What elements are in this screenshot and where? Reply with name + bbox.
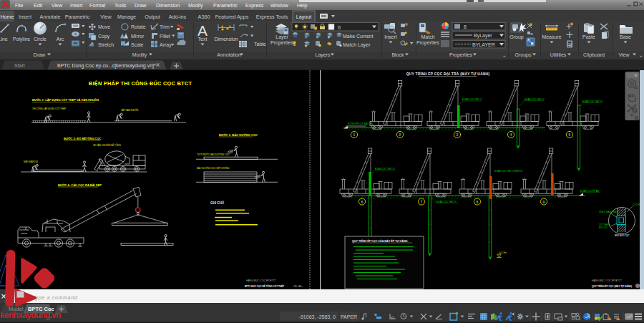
svg-text:-91063, -2583, 0: -91063, -2583, 0 — [299, 314, 336, 319]
svg-text:ĐOẠN CỌC THỨ #2: ĐOẠN CỌC THỨ #2 — [525, 97, 545, 101]
svg-text:CĐ- 8Đ+: CĐ- 8Đ+ — [293, 285, 303, 288]
svg-text:View: View — [100, 14, 112, 20]
svg-text:L=1.7m: L=1.7m — [499, 251, 507, 254]
svg-text:QUY TRÌNH ÉP CỌC ĐẠI TRÀ (MÁY: QUY TRÌNH ÉP CỌC ĐẠI TRÀ (MÁY TỰ HÀNH) — [406, 71, 490, 76]
svg-text:VỮA XI MĂNG MÁC: VỮA XI MĂNG MÁC — [599, 210, 618, 213]
svg-text:5: 5 — [569, 132, 571, 137]
svg-text:Block: Block — [391, 52, 404, 57]
svg-text:BƯỚC 4: CẨU CỌC RA BÃI XẸP: BƯỚC 4: CẨU CỌC RA BÃI XẸP — [58, 183, 102, 187]
svg-text:BƯỚC 3: BẢO DƯỠNG CỌC: BƯỚC 3: BẢO DƯỠNG CỌC — [219, 133, 258, 137]
svg-text:Express: Express — [245, 3, 264, 9]
svg-text:ĐOẠN CỌC THỨ #4: ĐOẠN CỌC THỨ #4 — [375, 167, 395, 170]
svg-text:BYLAYER: BYLAYER — [472, 42, 495, 47]
svg-text:Insert: Insert — [19, 14, 31, 20]
svg-text:Layer: Layer — [275, 34, 288, 40]
svg-text:ĐOẠN CỌC THỨ #3: ĐOẠN CỌC THỨ #3 — [582, 100, 602, 103]
svg-text:Circle: Circle — [34, 37, 47, 42]
svg-text:Modify: Modify — [132, 52, 147, 58]
svg-text:Start: Start — [14, 63, 25, 68]
svg-text:HẠNG MỤC: CỌC ÉP BTCT: HẠNG MỤC: CỌC ÉP BTCT — [246, 279, 276, 282]
svg-text:BẢO DƯỠNG CỌC XẾP CHỒNG: BẢO DƯỠNG CỌC XẾP CHỒNG — [197, 166, 230, 170]
svg-text:Properties: Properties — [270, 40, 293, 46]
svg-text:Modify: Modify — [188, 3, 203, 9]
svg-text:View: View — [52, 3, 63, 8]
svg-text:PAPER: PAPER — [341, 314, 357, 319]
svg-text:Format: Format — [89, 3, 105, 8]
svg-text:XE VẬN CHUYỂN BÊ TÔNG: XE VẬN CHUYỂN BÊ TÔNG — [93, 143, 121, 147]
svg-text:4: 4 — [510, 132, 512, 137]
svg-text:2D: 2D — [634, 86, 639, 90]
svg-text:NỐI CỌC: NỐI CỌC — [599, 226, 608, 229]
svg-text:Arc: Arc — [57, 37, 64, 42]
svg-text:1: 1 — [353, 132, 356, 137]
svg-text:A360: A360 — [198, 14, 210, 20]
svg-text:Polyline: Polyline — [13, 37, 31, 42]
svg-text:Properties: Properties — [449, 52, 472, 58]
svg-text:2: 2 — [399, 132, 401, 137]
svg-text:Parametric: Parametric — [213, 3, 238, 8]
svg-text:ĐOẠN CỌC THỨ #5 ĐẾN #8: ĐOẠN CỌC THỨ #5 ĐẾN #8 — [494, 169, 522, 173]
svg-text:ĐOẠN CỌC ÉP ÂM: ĐOẠN CỌC ÉP ÂM — [580, 189, 600, 193]
svg-text:QUY TRÌNH ÉP CỌC (MÁY TỰ HÀNH): QUY TRÌNH ÉP CỌC (MÁY TỰ HÀNH) — [592, 284, 632, 288]
svg-text:Rotate: Rotate — [131, 24, 146, 29]
svg-text:Copy: Copy — [98, 34, 110, 39]
svg-text:6: 6 — [361, 200, 364, 204]
svg-text:Home: Home — [0, 14, 14, 20]
svg-text:Manage: Manage — [117, 14, 136, 20]
svg-text:Parametric: Parametric — [65, 14, 90, 20]
svg-text:3: 3 — [457, 132, 459, 137]
svg-text:ByLayer: ByLayer — [474, 33, 492, 39]
svg-text:ĐOẠN CỌC THỨ #1: ĐOẠN CỌC THỨ #1 — [462, 97, 482, 101]
svg-text:0: 0 — [338, 25, 341, 30]
svg-text:HẠNG MỤC: CỌC ÉP BTCT: HẠNG MỤC: CỌC ÉP BTCT — [592, 279, 622, 282]
svg-text:Featured Apps: Featured Apps — [215, 14, 249, 20]
svg-text:Match Layer: Match Layer — [343, 42, 371, 48]
svg-text:Array: Array — [160, 42, 172, 48]
svg-text:Layers: Layers — [315, 52, 331, 58]
svg-text:BƯỚC 1: LẬP DỰNG CỐT THEP VÀ V: BƯỚC 1: LẬP DỰNG CỐT THEP VÀ VÁN KHUÔN — [32, 98, 99, 102]
svg-text:Annotation: Annotation — [217, 52, 241, 57]
svg-text:ĐOẠN CỌC THỨ #5: ĐOẠN CỌC THỨ #5 — [436, 200, 457, 203]
svg-text:7: 7 — [421, 200, 423, 204]
svg-text:Utilities: Utilities — [550, 52, 567, 57]
svg-text:Text: Text — [198, 37, 208, 42]
svg-text:Add-ins: Add-ins — [169, 14, 187, 20]
svg-text:Paste: Paste — [582, 34, 595, 39]
svg-text:Fillet: Fillet — [160, 34, 170, 39]
svg-text:Table: Table — [254, 42, 266, 47]
svg-text:Base: Base — [620, 34, 631, 39]
svg-text:8: 8 — [464, 24, 467, 29]
svg-text:Groups: Groups — [515, 52, 532, 58]
svg-text:9: 9 — [543, 200, 545, 204]
svg-text:SƠ ĐỒ ÉP CỌC ĐẠI TRÀ: SƠ ĐỒ ÉP CỌC ĐẠI TRÀ — [348, 122, 373, 125]
svg-text:Make Current: Make Current — [343, 34, 373, 39]
svg-text:Measure: Measure — [542, 34, 561, 39]
svg-text:Match: Match — [421, 34, 434, 39]
svg-text:Draw: Draw — [34, 52, 46, 57]
svg-text:Draw: Draw — [135, 3, 147, 8]
svg-text:Dimension: Dimension — [214, 37, 238, 42]
svg-text:Tools: Tools — [114, 3, 127, 8]
svg-text:BƯỚC 2: ĐỔ BÊTÔNG CỌC: BƯỚC 2: ĐỔ BÊTÔNG CỌC — [64, 137, 102, 140]
svg-text:Layout: Layout — [296, 14, 312, 20]
svg-text:Line: Line — [0, 37, 8, 42]
svg-text:Insert: Insert — [384, 34, 397, 39]
svg-text:THI CÔNG LẬP DỰNG CỐT THÉP: THI CÔNG LẬP DỰNG CỐT THÉP — [32, 107, 66, 110]
svg-text:Properties: Properties — [416, 40, 439, 46]
svg-text:Scale: Scale — [131, 42, 144, 47]
svg-text:BPTC ĐÚC CỌC BÊ TÔNG CỐT THÉP: BPTC ĐÚC CỌC BÊ TÔNG CỐT THÉP — [245, 284, 284, 288]
svg-text:Output: Output — [145, 14, 160, 20]
svg-text:TƯỚI NƯỚC BẢO DƯỠNG CỌC: TƯỚI NƯỚC BẢO DƯỠNG CỌC — [197, 153, 230, 156]
svg-text:Clipboard: Clipboard — [583, 52, 605, 58]
svg-text:QUY TRÌNH ÉP CỌC CỦA MÁY ÉP TỰ: QUY TRÌNH ÉP CỌC CỦA MÁY ÉP TỰ HÀNH: — [352, 239, 408, 243]
svg-text:MỐI NỐI CỌC: MỐI NỐI CỌC — [615, 233, 630, 237]
svg-text:Express Tools: Express Tools — [256, 14, 288, 20]
svg-text:Annotate: Annotate — [40, 14, 61, 20]
svg-text:Mirror: Mirror — [131, 34, 145, 39]
svg-text:GHI CHÚ: GHI CHÚ — [210, 201, 224, 205]
svg-text:Help: Help — [297, 3, 308, 9]
svg-text:Dimension: Dimension — [156, 3, 180, 8]
svg-text:Insert: Insert — [70, 3, 83, 8]
svg-text:MÁY ĐẦM DÙI: MÁY ĐẦM DÙI — [24, 160, 38, 163]
svg-text:BIỆN PHÁP THI CÔNG ĐÚC CỌC BTC: BIỆN PHÁP THI CÔNG ĐÚC CỌC BTCT — [89, 80, 192, 87]
